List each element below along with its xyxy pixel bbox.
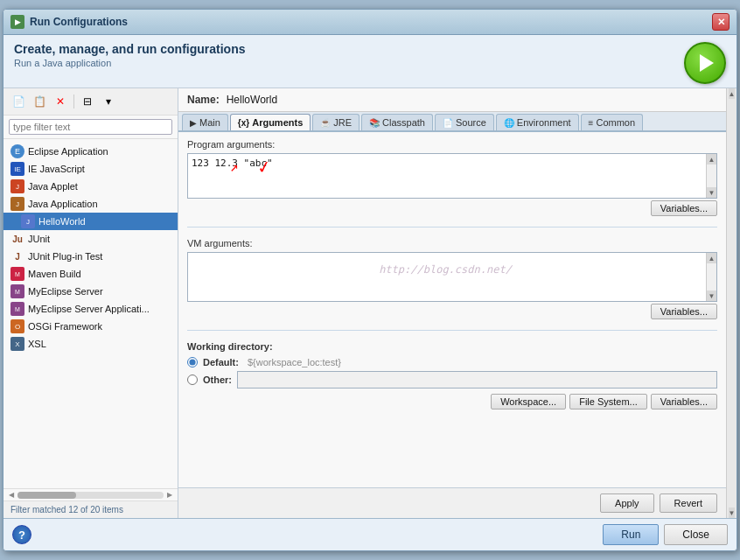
working-dir-title: Working directory: bbox=[187, 341, 717, 352]
tree-item-javaapp[interactable]: J Java Application bbox=[3, 195, 178, 213]
tree-item-label: Eclipse Application bbox=[28, 146, 108, 157]
variables-button-3[interactable]: Variables... bbox=[651, 394, 717, 410]
tab-jre-label: JRE bbox=[333, 117, 352, 128]
tree-item-applet[interactable]: J Java Applet bbox=[3, 178, 178, 195]
help-button[interactable]: ? bbox=[12, 525, 31, 544]
left-scrollbar: ◀ ▶ bbox=[3, 488, 178, 500]
new-config-button[interactable]: 📄 bbox=[9, 92, 28, 111]
tab-common-label: Common bbox=[596, 117, 635, 128]
left-panel: 📄 📋 ✕ ⊟ ▾ E Eclipse Application IE IE Ja… bbox=[3, 88, 178, 518]
vm-args-inner: http://blog.csdn.net/ bbox=[188, 253, 716, 301]
section-divider-2 bbox=[187, 330, 717, 331]
tab-main[interactable]: ▶ Main bbox=[182, 114, 228, 130]
main-content: 📄 📋 ✕ ⊟ ▾ E Eclipse Application IE IE Ja… bbox=[3, 88, 737, 518]
vm-args-container: http://blog.csdn.net/ ▲ ▼ bbox=[187, 252, 717, 302]
osgi-icon: O bbox=[10, 319, 24, 333]
copy-config-button[interactable]: 📋 bbox=[30, 92, 49, 111]
arguments-tab-icon: {x} bbox=[238, 118, 249, 128]
title-bar: ▶ Run Configurations ✕ bbox=[3, 10, 737, 35]
tree-item-maven[interactable]: M Maven Build bbox=[3, 265, 178, 283]
apply-button[interactable]: Apply bbox=[600, 494, 654, 513]
scrollbar-down[interactable]: ▼ bbox=[707, 187, 716, 198]
run-footer-button[interactable]: Run bbox=[603, 524, 659, 545]
java-app-icon: J bbox=[10, 197, 24, 211]
run-icon bbox=[700, 54, 714, 72]
other-radio[interactable] bbox=[187, 374, 198, 385]
window-close-button[interactable]: ✕ bbox=[712, 13, 730, 31]
filter-input[interactable] bbox=[9, 119, 172, 135]
tree-item-osgi[interactable]: O OSGi Framework bbox=[3, 318, 178, 335]
left-toolbar: 📄 📋 ✕ ⊟ ▾ bbox=[3, 88, 178, 116]
working-directory-section: Working directory: Default: ${workspace_… bbox=[187, 341, 717, 410]
tab-environment-label: Environment bbox=[517, 117, 571, 128]
vm-scrollbar-down[interactable]: ▼ bbox=[707, 290, 716, 301]
header-text: Create, manage, and run configurations R… bbox=[14, 42, 246, 68]
window-icon: ▶ bbox=[10, 15, 24, 29]
tree-item-junit-plugin[interactable]: J JUnit Plug-in Test bbox=[3, 248, 178, 265]
program-variables-button[interactable]: Variables... bbox=[651, 200, 717, 216]
vm-variables-button[interactable]: Variables... bbox=[651, 304, 717, 319]
delete-config-button[interactable]: ✕ bbox=[51, 92, 70, 111]
junit-icon: Ju bbox=[10, 232, 24, 246]
right-panel-wrapper: Name: HelloWorld ▶ Main {x} Arguments ☕ bbox=[178, 88, 737, 518]
revert-button[interactable]: Revert bbox=[660, 494, 717, 513]
right-scrollbar: ▲ ▼ bbox=[726, 88, 737, 518]
vm-scrollbar-middle bbox=[707, 263, 716, 290]
tree-item-label: Java Application bbox=[28, 199, 98, 209]
tree-item-myeclipse-app[interactable]: M MyEclipse Server Applicati... bbox=[3, 300, 178, 318]
header-subtitle: Run a Java application bbox=[14, 58, 246, 68]
tab-source[interactable]: 📄 Source bbox=[435, 114, 494, 130]
tree-item-label: OSGi Framework bbox=[28, 321, 102, 332]
tab-jre[interactable]: ☕ JRE bbox=[312, 114, 360, 130]
other-radio-row: Other: bbox=[187, 371, 717, 388]
other-path-input[interactable] bbox=[237, 371, 717, 388]
tree-item-helloworld[interactable]: J HelloWorld bbox=[3, 213, 178, 230]
left-footer: Filter matched 12 of 20 items bbox=[3, 500, 178, 518]
arguments-tab-content: Program arguments: 123 12.3 "abc" ✓ ↗ ▲ bbox=[178, 132, 726, 487]
tree-item-xsl[interactable]: X XSL bbox=[3, 335, 178, 353]
tree-item-label: XSL bbox=[28, 339, 46, 349]
title-bar-left: ▶ Run Configurations bbox=[10, 15, 128, 29]
tree-item-label: IE JavaScript bbox=[28, 164, 85, 174]
tree-item-myeclipse[interactable]: M MyEclipse Server bbox=[3, 283, 178, 300]
vm-scrollbar-up[interactable]: ▲ bbox=[707, 253, 716, 263]
filter-dropdown-button[interactable]: ▾ bbox=[99, 92, 118, 111]
scroll-right-arrow[interactable]: ▶ bbox=[167, 491, 172, 499]
close-footer-button[interactable]: Close bbox=[664, 524, 728, 545]
environment-tab-icon: 🌐 bbox=[504, 118, 514, 128]
scrollbar-track[interactable] bbox=[17, 492, 164, 499]
tree-item-ie[interactable]: IE IE JavaScript bbox=[3, 160, 178, 178]
tree-item-label: MyEclipse Server bbox=[28, 286, 103, 297]
main-tab-icon: ▶ bbox=[190, 118, 197, 128]
section-divider-1 bbox=[187, 227, 717, 228]
maven-icon: M bbox=[10, 267, 24, 281]
scroll-left-arrow[interactable]: ◀ bbox=[9, 491, 14, 499]
tab-environment[interactable]: 🌐 Environment bbox=[496, 114, 579, 130]
tab-arguments-label: Arguments bbox=[252, 117, 303, 128]
collapse-button[interactable]: ⊟ bbox=[78, 92, 97, 111]
workspace-button[interactable]: Workspace... bbox=[491, 394, 566, 410]
tree-item-junit[interactable]: Ju JUnit bbox=[3, 230, 178, 248]
workspace-buttons: Workspace... File System... Variables... bbox=[187, 394, 717, 410]
tree-item-label: JUnit bbox=[28, 234, 50, 244]
filter-match-text: Filter matched 12 of 20 items bbox=[10, 505, 123, 514]
tab-common[interactable]: ≡ Common bbox=[581, 114, 643, 130]
right-scroll-down[interactable]: ▼ bbox=[729, 508, 736, 518]
myeclipse-app-icon: M bbox=[10, 302, 24, 316]
right-panel: Name: HelloWorld ▶ Main {x} Arguments ☕ bbox=[178, 88, 726, 518]
tab-arguments[interactable]: {x} Arguments bbox=[230, 114, 311, 130]
tree-item-label: Java Applet bbox=[28, 181, 78, 192]
default-radio-label: Default: bbox=[203, 357, 239, 368]
tree-item-eclipse[interactable]: E Eclipse Application bbox=[3, 143, 178, 160]
common-tab-icon: ≡ bbox=[589, 118, 594, 128]
ie-icon: IE bbox=[10, 162, 24, 176]
default-radio-value: ${workspace_loc:test} bbox=[248, 357, 341, 368]
tab-main-label: Main bbox=[199, 117, 220, 128]
right-scroll-up[interactable]: ▲ bbox=[729, 88, 736, 99]
scrollbar-up[interactable]: ▲ bbox=[707, 154, 716, 164]
tab-classpath[interactable]: 📚 Classpath bbox=[361, 114, 433, 130]
bottom-bar: Apply Revert bbox=[178, 487, 726, 518]
filesystem-button[interactable]: File System... bbox=[569, 394, 647, 410]
run-button[interactable] bbox=[684, 42, 726, 84]
default-radio[interactable] bbox=[187, 357, 198, 368]
